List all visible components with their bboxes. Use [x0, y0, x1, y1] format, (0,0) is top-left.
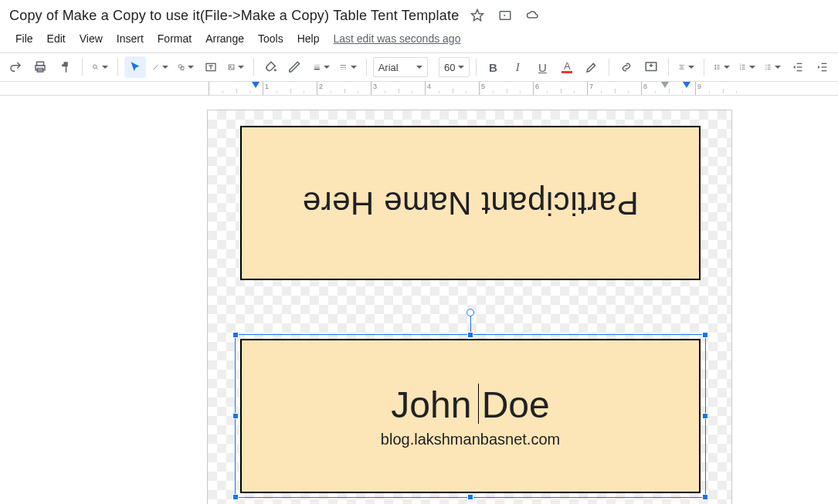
rotate-stem: [470, 313, 471, 332]
svg-point-8: [178, 65, 182, 69]
zoom-dropdown[interactable]: [89, 56, 111, 78]
separator: [668, 59, 669, 76]
svg-point-15: [273, 69, 276, 71]
cloud-status-icon[interactable]: [522, 5, 544, 26]
menu-insert[interactable]: Insert: [110, 29, 150, 48]
bottom-name-card[interactable]: John Doe blog.lakshmanbasnet.com: [240, 339, 701, 493]
resize-handle-nw[interactable]: [232, 332, 239, 338]
highlight-color-icon[interactable]: [581, 56, 602, 78]
font-family-selector[interactable]: Arial: [373, 57, 428, 77]
separator: [609, 59, 609, 76]
print-icon[interactable]: [29, 56, 51, 78]
indent-marker-right[interactable]: [683, 82, 690, 88]
document-title[interactable]: Copy of Make a Copy to use it(File->Make…: [9, 8, 459, 24]
image-tool-icon[interactable]: [225, 56, 247, 78]
separator: [82, 59, 83, 76]
text-color-icon[interactable]: A: [556, 56, 578, 78]
menu-format[interactable]: Format: [151, 29, 198, 48]
last-edit-link[interactable]: Last edit was seconds ago: [333, 32, 460, 45]
separator: [117, 59, 118, 76]
underline-icon[interactable]: U: [531, 56, 553, 78]
bottom-card-name: John Doe: [391, 384, 549, 425]
insert-link-icon[interactable]: [616, 56, 637, 78]
indent-marker-left[interactable]: [252, 82, 260, 88]
svg-point-5: [93, 65, 97, 69]
resize-handle-se[interactable]: [702, 494, 708, 500]
svg-rect-9: [181, 67, 184, 70]
top-card-text: Participant Name Here: [302, 184, 638, 222]
svg-line-7: [153, 65, 158, 69]
bottom-card-subtitle: blog.lakshmanbasnet.com: [381, 431, 560, 448]
redo-icon[interactable]: [5, 56, 26, 78]
horizontal-ruler[interactable]: 1 2 3 4 5 6 7 8 9: [0, 82, 838, 96]
menu-bar: File Edit View Insert Format Arrange Too…: [0, 28, 838, 53]
fill-color-icon[interactable]: [260, 56, 282, 78]
ruler-tick: 8: [643, 83, 647, 90]
numbered-list-icon[interactable]: 123: [736, 56, 758, 78]
select-tool-icon[interactable]: [124, 56, 146, 78]
svg-marker-0: [472, 10, 483, 21]
textbox-tool-icon[interactable]: [200, 56, 222, 78]
border-color-icon[interactable]: [285, 56, 307, 78]
rotate-handle[interactable]: [466, 309, 474, 316]
menu-help[interactable]: Help: [291, 29, 326, 48]
line-spacing-icon[interactable]: [711, 56, 733, 78]
svg-point-39: [765, 69, 766, 69]
border-dash-icon[interactable]: [336, 56, 360, 78]
resize-handle-n[interactable]: [467, 332, 473, 338]
decrease-indent-icon[interactable]: [787, 56, 809, 78]
svg-point-38: [765, 66, 766, 67]
resize-handle-e[interactable]: [702, 413, 708, 419]
resize-handle-s[interactable]: [467, 494, 473, 500]
move-icon[interactable]: [494, 5, 516, 26]
resize-handle-ne[interactable]: [702, 332, 708, 338]
separator: [704, 59, 704, 76]
bulleted-list-icon[interactable]: [762, 56, 784, 78]
menu-tools[interactable]: Tools: [252, 29, 290, 48]
title-actions: [466, 5, 544, 26]
page[interactable]: Participant Name Here John Doe blog.laks…: [207, 110, 732, 504]
font-size-selector[interactable]: 60: [439, 57, 470, 77]
insert-comment-icon[interactable]: [640, 56, 662, 78]
ruler-tick: 3: [373, 83, 377, 90]
ruler-tick: 2: [319, 83, 323, 90]
toolbar: Arial 60 B I U A 123: [0, 53, 838, 82]
svg-line-6: [96, 68, 97, 69]
shape-tool-icon[interactable]: [175, 56, 197, 78]
title-bar: Copy of Make a Copy to use it(File->Make…: [0, 0, 838, 28]
svg-point-37: [765, 65, 766, 66]
ruler-tick: 7: [589, 83, 593, 90]
ruler-tick: 6: [535, 83, 539, 90]
italic-icon[interactable]: I: [507, 56, 528, 78]
bold-icon[interactable]: B: [482, 56, 504, 78]
menu-edit[interactable]: Edit: [41, 29, 72, 48]
ruler-tick: 1: [265, 83, 269, 90]
separator: [253, 59, 254, 76]
separator: [476, 59, 477, 76]
text-caret: [478, 384, 479, 424]
resize-handle-w[interactable]: [232, 413, 239, 419]
resize-handle-sw[interactable]: [232, 494, 239, 500]
top-name-card[interactable]: Participant Name Here: [240, 126, 701, 280]
ruler-tick: 4: [427, 83, 431, 90]
menu-file[interactable]: File: [9, 29, 39, 48]
border-weight-icon[interactable]: [310, 56, 334, 78]
increase-indent-icon[interactable]: [812, 56, 833, 78]
ruler-tick: 5: [481, 83, 485, 90]
align-dropdown[interactable]: [675, 56, 697, 78]
ruler-tick: 9: [697, 83, 701, 90]
separator: [366, 59, 367, 76]
font-family-value: Arial: [378, 62, 399, 73]
menu-arrange[interactable]: Arrange: [199, 29, 250, 48]
svg-rect-13: [229, 65, 234, 69]
drawing-canvas[interactable]: Participant Name Here John Doe blog.laks…: [0, 96, 838, 504]
indent-marker-grey[interactable]: [661, 82, 669, 88]
paint-format-icon[interactable]: [54, 56, 76, 78]
star-icon[interactable]: [466, 5, 488, 26]
menu-view[interactable]: View: [73, 29, 109, 48]
font-size-value: 60: [444, 62, 455, 73]
line-tool-icon[interactable]: [149, 56, 171, 78]
